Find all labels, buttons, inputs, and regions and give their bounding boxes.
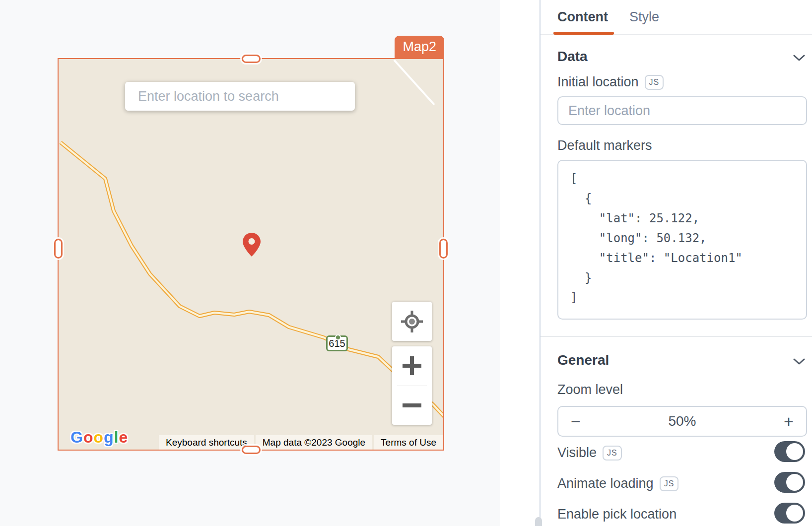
code-line: "long": 50.132,: [570, 228, 806, 248]
zoom-level-label: Zoom level: [557, 382, 623, 397]
widget-name-badge[interactable]: Map2: [395, 36, 444, 58]
visible-label-text: Visible: [557, 445, 597, 460]
code-line: [: [570, 169, 806, 189]
resize-handle-left[interactable]: [54, 239, 63, 259]
enable-pick-location-label: Enable pick location: [557, 507, 677, 522]
panel-scrollbar-thumb[interactable]: [535, 517, 542, 526]
default-markers-label: Default markers: [557, 138, 652, 153]
resize-handle-bottom[interactable]: [242, 446, 261, 454]
keyboard-shortcuts-link[interactable]: Keyboard shortcuts: [159, 435, 254, 450]
map-widget[interactable]: Map2 615: [58, 58, 444, 451]
code-line: }: [570, 268, 806, 288]
enable-pick-location-toggle[interactable]: [774, 503, 805, 524]
dirt-road-line: [394, 60, 434, 105]
animate-loading-toggle[interactable]: [774, 472, 805, 493]
plus-icon: [403, 356, 421, 375]
app-window: Map2 615: [0, 0, 812, 526]
zoom-increase-button[interactable]: +: [771, 412, 806, 431]
map-marker-pin[interactable]: [243, 233, 261, 257]
code-line: {: [570, 189, 806, 208]
map-viewport[interactable]: 615: [59, 59, 443, 450]
js-toggle-badge[interactable]: JS: [645, 75, 664, 90]
zoom-out-button[interactable]: [392, 386, 432, 425]
toggle-knob: [786, 505, 803, 522]
toggle-knob: [786, 474, 803, 491]
zoom-level-stepper: − 50% +: [557, 406, 807, 437]
default-markers-code-editor[interactable]: [ { "lat": 25.122, "long": 50.132, "titl…: [557, 160, 807, 320]
code-line: "lat": 25.122,: [570, 208, 806, 228]
route-shield: 615: [326, 335, 348, 351]
js-toggle-badge[interactable]: JS: [660, 476, 679, 491]
terms-of-use-link[interactable]: Terms of Use: [374, 435, 443, 450]
road-fill: [61, 142, 443, 423]
code-line: "title": "Location1": [570, 248, 806, 268]
resize-handle-top[interactable]: [242, 55, 261, 63]
chevron-down-icon[interactable]: [793, 55, 805, 62]
map-data-copyright: Map data ©2023 Google: [256, 435, 372, 450]
my-location-icon: [401, 310, 423, 333]
section-divider: [541, 336, 812, 337]
property-pane: Content Style Data Initial locationJS De…: [541, 0, 812, 526]
tab-content[interactable]: Content: [557, 0, 608, 34]
map-search-input[interactable]: [137, 88, 343, 105]
animate-loading-label-text: Animate loading: [557, 476, 654, 491]
zoom-in-button[interactable]: [392, 346, 432, 386]
tab-style[interactable]: Style: [629, 0, 659, 34]
map-zoom-control: [392, 346, 432, 425]
visible-label: VisibleJS: [557, 445, 622, 460]
road-casing: [61, 142, 443, 423]
section-title-general: General: [557, 352, 609, 368]
chevron-down-icon[interactable]: [793, 358, 805, 365]
resize-handle-right[interactable]: [439, 239, 448, 259]
visible-toggle[interactable]: [774, 441, 805, 462]
initial-location-label-text: Initial location: [557, 74, 639, 89]
map-search-box[interactable]: [125, 82, 355, 111]
zoom-level-value: 50%: [593, 413, 771, 429]
active-tab-underline: [553, 32, 614, 35]
initial-location-label: Initial locationJS: [557, 74, 664, 90]
my-location-button[interactable]: [392, 302, 432, 341]
minus-icon: [403, 403, 421, 408]
animate-loading-label: Animate loadingJS: [557, 476, 678, 491]
code-line: ]: [570, 288, 806, 308]
initial-location-input[interactable]: [557, 96, 807, 125]
toggle-knob: [786, 443, 803, 460]
zoom-decrease-button[interactable]: −: [558, 412, 593, 431]
js-toggle-badge[interactable]: JS: [603, 446, 622, 460]
section-title-data: Data: [557, 49, 588, 65]
route-shield-dot: [335, 334, 341, 340]
